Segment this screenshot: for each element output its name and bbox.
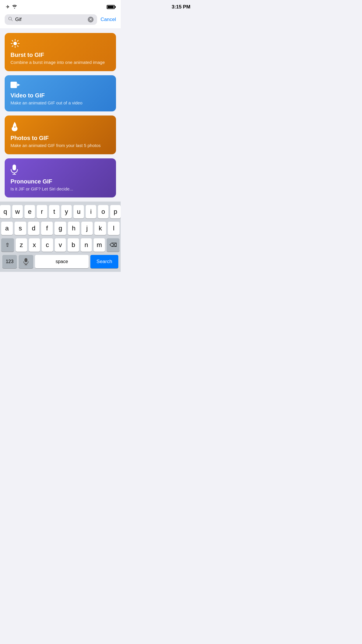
- space-key[interactable]: space: [35, 255, 89, 268]
- card-burst-to-gif[interactable]: Burst to GIF Combine a burst image into …: [5, 33, 116, 71]
- search-input-text: Gif: [15, 17, 85, 22]
- microphone-key[interactable]: [19, 255, 33, 268]
- keyboard: q w e r t y u i o p a s d f g h j k l ⇧ …: [0, 202, 121, 272]
- key-s[interactable]: s: [15, 222, 26, 235]
- key-u[interactable]: u: [73, 205, 84, 218]
- key-h[interactable]: h: [68, 222, 80, 235]
- search-icon: [8, 17, 13, 22]
- status-bar: ✈ 3:15 PM: [0, 0, 121, 12]
- search-key[interactable]: Search: [90, 255, 118, 268]
- numbers-key[interactable]: 123: [2, 255, 17, 268]
- clear-button[interactable]: ✕: [88, 17, 94, 22]
- card-video-to-gif[interactable]: Video to GIF Make an animated GIF out of…: [5, 75, 116, 112]
- card-pronounce-gif[interactable]: Pronounce GIF Is it JIF or GIF? Let Siri…: [5, 158, 116, 198]
- key-e[interactable]: e: [24, 205, 35, 218]
- key-g[interactable]: g: [55, 222, 66, 235]
- backspace-key[interactable]: ⌫: [107, 238, 120, 252]
- key-d[interactable]: d: [28, 222, 40, 235]
- shift-icon: ⇧: [5, 242, 10, 248]
- svg-line-10: [12, 46, 13, 47]
- status-left-icons: ✈: [6, 4, 17, 10]
- svg-line-8: [17, 46, 18, 47]
- key-q[interactable]: q: [0, 205, 10, 218]
- svg-line-9: [17, 41, 18, 41]
- video-icon: [10, 81, 110, 92]
- key-a[interactable]: a: [1, 222, 13, 235]
- svg-line-1: [11, 20, 13, 21]
- svg-rect-13: [13, 164, 16, 170]
- battery-fill: [108, 6, 114, 8]
- shift-key[interactable]: ⇧: [1, 238, 14, 252]
- card-pronounce-title: Pronounce GIF: [10, 178, 110, 185]
- key-j[interactable]: j: [81, 222, 93, 235]
- key-w[interactable]: w: [12, 205, 23, 218]
- keyboard-row-2: a s d f g h j k l: [1, 222, 120, 235]
- key-x[interactable]: x: [29, 238, 40, 252]
- airplane-icon: ✈: [6, 4, 10, 10]
- cancel-button[interactable]: Cancel: [101, 17, 116, 22]
- card-photos-to-gif[interactable]: Photos to GIF Make an animated GIF from …: [5, 116, 116, 154]
- key-y[interactable]: y: [61, 205, 72, 218]
- key-v[interactable]: v: [55, 238, 66, 252]
- card-video-subtitle: Make an animated GIF out of a video: [10, 100, 110, 106]
- svg-rect-11: [10, 82, 17, 88]
- key-f[interactable]: f: [41, 222, 53, 235]
- card-video-title: Video to GIF: [10, 92, 110, 99]
- keyboard-bottom-row: 123 space Search: [1, 255, 120, 268]
- search-input-wrapper[interactable]: Gif ✕: [5, 14, 97, 25]
- key-t[interactable]: t: [49, 205, 59, 218]
- card-burst-title: Burst to GIF: [10, 52, 110, 58]
- key-k[interactable]: k: [94, 222, 106, 235]
- key-l[interactable]: l: [108, 222, 120, 235]
- card-photos-title: Photos to GIF: [10, 135, 110, 141]
- key-p[interactable]: p: [110, 205, 121, 218]
- search-bar-container: Gif ✕ Cancel: [0, 12, 121, 28]
- card-pronounce-subtitle: Is it JIF or GIF? Let Siri decide...: [10, 186, 110, 192]
- battery-icon: [107, 5, 115, 9]
- keyboard-row-3: ⇧ z x c v b n m ⌫: [1, 238, 120, 252]
- key-z[interactable]: z: [16, 238, 27, 252]
- svg-line-7: [12, 41, 13, 41]
- key-r[interactable]: r: [37, 205, 47, 218]
- status-right-icons: [107, 5, 115, 9]
- flame-icon: [10, 121, 110, 135]
- cards-area: Burst to GIF Combine a burst image into …: [0, 28, 121, 197]
- key-o[interactable]: o: [98, 205, 108, 218]
- key-b[interactable]: b: [68, 238, 79, 252]
- backspace-icon: ⌫: [110, 242, 117, 248]
- mic-icon: [10, 164, 110, 178]
- key-c[interactable]: c: [42, 238, 53, 252]
- key-i[interactable]: i: [86, 205, 96, 218]
- svg-rect-16: [24, 258, 27, 262]
- keyboard-row-1: q w e r t y u i o p: [1, 205, 120, 218]
- wifi-icon: [12, 4, 17, 10]
- card-burst-subtitle: Combine a burst image into one animated …: [10, 60, 110, 65]
- svg-marker-12: [17, 83, 20, 86]
- card-photos-subtitle: Make an animated GIF from your last 5 ph…: [10, 143, 110, 148]
- svg-point-2: [13, 42, 17, 45]
- burst-icon: [10, 39, 110, 52]
- key-n[interactable]: n: [81, 238, 92, 252]
- key-m[interactable]: m: [94, 238, 105, 252]
